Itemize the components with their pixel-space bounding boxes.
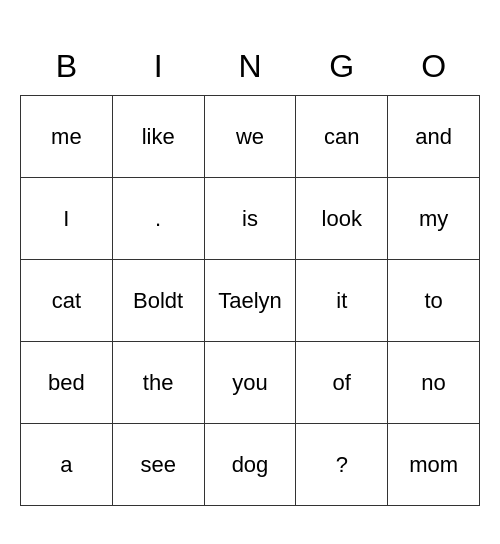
header-cell-o: O: [388, 38, 480, 96]
bingo-cell-4-1: see: [112, 424, 204, 506]
bingo-cell-1-3: look: [296, 178, 388, 260]
bingo-cell-3-0: bed: [21, 342, 113, 424]
bingo-cell-0-0: me: [21, 96, 113, 178]
bingo-row-4: aseedog?mom: [21, 424, 480, 506]
bingo-cell-1-2: is: [204, 178, 296, 260]
bingo-cell-3-4: no: [388, 342, 480, 424]
bingo-cell-4-2: dog: [204, 424, 296, 506]
bingo-cell-2-3: it: [296, 260, 388, 342]
bingo-cell-0-1: like: [112, 96, 204, 178]
bingo-cell-2-4: to: [388, 260, 480, 342]
bingo-cell-0-3: can: [296, 96, 388, 178]
bingo-cell-3-2: you: [204, 342, 296, 424]
header-cell-b: B: [21, 38, 113, 96]
bingo-cell-3-3: of: [296, 342, 388, 424]
bingo-cell-4-3: ?: [296, 424, 388, 506]
bingo-row-3: bedtheyouofno: [21, 342, 480, 424]
bingo-cell-0-4: and: [388, 96, 480, 178]
bingo-cell-4-0: a: [21, 424, 113, 506]
header-cell-i: I: [112, 38, 204, 96]
bingo-cell-1-1: .: [112, 178, 204, 260]
header-row: BINGO: [21, 38, 480, 96]
bingo-row-2: catBoldtTaelynitto: [21, 260, 480, 342]
bingo-cell-4-4: mom: [388, 424, 480, 506]
bingo-card: BINGO melikewecanandI.islookmycatBoldtTa…: [20, 38, 480, 507]
bingo-table: BINGO melikewecanandI.islookmycatBoldtTa…: [20, 38, 480, 507]
header-cell-n: N: [204, 38, 296, 96]
bingo-row-1: I.islookmy: [21, 178, 480, 260]
bingo-cell-2-0: cat: [21, 260, 113, 342]
bingo-cell-1-0: I: [21, 178, 113, 260]
bingo-body: melikewecanandI.islookmycatBoldtTaelynit…: [21, 96, 480, 506]
bingo-cell-2-2: Taelyn: [204, 260, 296, 342]
header-cell-g: G: [296, 38, 388, 96]
bingo-row-0: melikewecanand: [21, 96, 480, 178]
bingo-cell-2-1: Boldt: [112, 260, 204, 342]
bingo-cell-1-4: my: [388, 178, 480, 260]
bingo-cell-0-2: we: [204, 96, 296, 178]
bingo-cell-3-1: the: [112, 342, 204, 424]
